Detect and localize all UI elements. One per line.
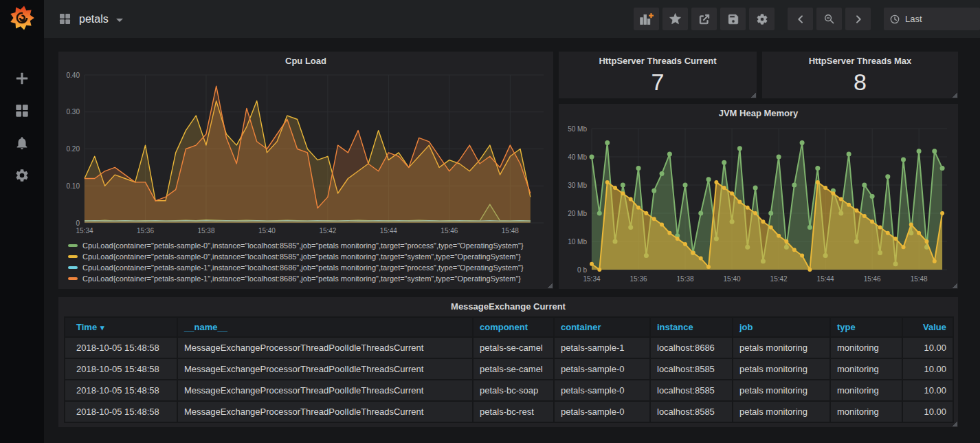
zoom-out-button[interactable] <box>816 8 842 30</box>
table-cell: 2018-10-05 15:48:58 <box>65 401 177 422</box>
table-cell: MessageExchangeProcessorThreadPoolIdleTh… <box>177 401 473 422</box>
time-range-picker-button[interactable]: Last <box>884 8 980 30</box>
table-cell: petals-se-camel <box>473 337 554 358</box>
table-cell: 10.00 <box>902 337 953 358</box>
table-row: 2018-10-05 15:48:58MessageExchangeProces… <box>65 380 953 401</box>
top-navbar: petals <box>44 0 980 38</box>
sidebar-configuration-button[interactable] <box>14 167 30 184</box>
save-icon <box>727 13 739 25</box>
time-shift-back-button[interactable] <box>788 8 813 30</box>
sidebar-alerting-button[interactable] <box>14 135 30 151</box>
legend-item[interactable]: CpuLoad{container="petals-sample-1",inst… <box>68 273 553 284</box>
svg-text:10 Mb: 10 Mb <box>568 238 587 246</box>
panel-title[interactable]: HttpServer Threads Current <box>559 52 757 69</box>
dashboard-settings-button[interactable] <box>749 8 775 30</box>
jvm-heap-chart[interactable]: 0 b10 Mb20 Mb30 Mb40 Mb50 Mb15:3415:3615… <box>561 122 955 285</box>
svg-text:15:46: 15:46 <box>441 227 458 235</box>
table-cell: localhost:8585 <box>650 401 733 422</box>
table-column-header[interactable]: instance <box>650 317 733 337</box>
add-panel-icon <box>639 12 654 26</box>
panel-title[interactable]: HttpServer Threads Max <box>762 52 958 69</box>
stat-value: 7 <box>559 69 757 94</box>
table-column-header[interactable]: container <box>554 317 650 337</box>
legend-label: CpuLoad{container="petals-sample-1",inst… <box>82 274 521 283</box>
star-dashboard-button[interactable] <box>662 8 688 30</box>
panel-title[interactable]: MessageExchange Current <box>58 297 958 315</box>
table-column-header[interactable]: job <box>733 317 830 337</box>
dashboard-caret-down-icon <box>116 19 123 22</box>
gear-icon <box>756 13 768 25</box>
svg-text:30 Mb: 30 Mb <box>568 182 587 189</box>
legend-color-marker <box>68 244 78 247</box>
panel-title[interactable]: JVM Heap Memory <box>559 104 958 122</box>
sidebar <box>0 0 44 443</box>
table-cell: localhost:8686 <box>650 337 733 358</box>
svg-text:15:42: 15:42 <box>319 227 336 235</box>
save-dashboard-button[interactable] <box>720 8 746 30</box>
time-range-label: Last <box>905 14 922 24</box>
share-dashboard-button[interactable] <box>691 8 717 30</box>
svg-text:0.20: 0.20 <box>67 145 80 153</box>
table-cell: monitoring <box>830 337 902 358</box>
panel-resize-handle[interactable] <box>952 92 957 98</box>
table-cell: petals monitoring <box>733 380 830 401</box>
legend-label: CpuLoad{container="petals-sample-0",inst… <box>82 241 524 250</box>
table-column-header[interactable]: type <box>830 317 902 337</box>
svg-text:15:46: 15:46 <box>864 275 881 283</box>
svg-text:15:48: 15:48 <box>911 275 928 283</box>
table-cell: 2018-10-05 15:48:58 <box>65 358 177 380</box>
svg-text:40 Mb: 40 Mb <box>568 153 587 161</box>
table-cell: 2018-10-05 15:48:58 <box>65 380 177 401</box>
legend-item[interactable]: CpuLoad{container="petals-sample-0",inst… <box>68 240 553 251</box>
grafana-logo[interactable] <box>9 5 35 31</box>
table-cell: petals-sample-0 <box>554 401 650 422</box>
panel-resize-handle[interactable] <box>750 92 756 98</box>
table-column-header[interactable]: __name__ <box>177 317 473 337</box>
sidebar-dashboards-button[interactable] <box>14 102 30 119</box>
table-cell: MessageExchangeProcessorThreadPoolIdleTh… <box>177 337 473 358</box>
plus-icon <box>14 71 30 86</box>
table-cell: petals monitoring <box>733 401 830 422</box>
add-panel-button[interactable] <box>634 8 659 30</box>
table-cell: localhost:8585 <box>650 358 733 380</box>
legend-item[interactable]: CpuLoad{container="petals-sample-0",inst… <box>68 251 553 262</box>
dashboard-grid: Cpu Load 00.100.200.300.4015:3415:3615:3… <box>44 38 980 443</box>
time-shift-forward-button[interactable] <box>845 8 871 30</box>
table-column-header[interactable]: Value <box>902 317 953 337</box>
panel-resize-handle[interactable] <box>547 283 553 288</box>
sidebar-create-button[interactable] <box>14 70 30 87</box>
svg-text:15:36: 15:36 <box>137 227 154 235</box>
table-column-header[interactable]: component <box>473 317 554 337</box>
panel-threads-max: HttpServer Threads Max 8 <box>762 52 958 98</box>
legend-item[interactable]: CpuLoad{container="petals-sample-1",inst… <box>68 262 553 273</box>
dashboard-title-button[interactable]: petals <box>58 12 123 25</box>
panel-title[interactable]: Cpu Load <box>58 52 553 69</box>
dashboard-icon <box>58 12 71 25</box>
gear-icon <box>14 168 30 183</box>
svg-text:15:38: 15:38 <box>197 227 214 235</box>
grafana-flame-icon <box>9 5 35 31</box>
table-row: 2018-10-05 15:48:58MessageExchangeProces… <box>65 337 953 358</box>
legend-color-marker <box>68 266 78 269</box>
table-column-header[interactable]: Time▾ <box>65 317 177 337</box>
table-cell: MessageExchangeProcessorThreadPoolIdleTh… <box>177 358 473 380</box>
legend-label: CpuLoad{container="petals-sample-1",inst… <box>82 263 524 272</box>
sidebar-menu <box>14 70 30 184</box>
share-icon <box>698 13 711 25</box>
svg-text:15:38: 15:38 <box>677 275 694 283</box>
legend-label: CpuLoad{container="petals-sample-0",inst… <box>82 252 521 261</box>
zoom-out-icon <box>823 13 835 25</box>
table-cell: petals monitoring <box>733 358 830 380</box>
clock-icon <box>889 14 900 25</box>
panel-resize-handle[interactable] <box>952 421 957 426</box>
legend-color-marker <box>68 255 78 258</box>
table-cell: monitoring <box>830 380 902 401</box>
chevron-left-icon <box>795 14 806 25</box>
svg-text:15:42: 15:42 <box>770 275 788 283</box>
cpu-load-chart[interactable]: 00.100.200.300.4015:3415:3615:3815:4015:… <box>61 69 550 237</box>
svg-text:15:34: 15:34 <box>583 275 600 283</box>
table-cell: petals-sample-0 <box>554 358 650 380</box>
panel-resize-handle[interactable] <box>952 283 957 288</box>
bell-icon <box>14 136 30 151</box>
table-cell: petals-bc-soap <box>473 380 554 401</box>
